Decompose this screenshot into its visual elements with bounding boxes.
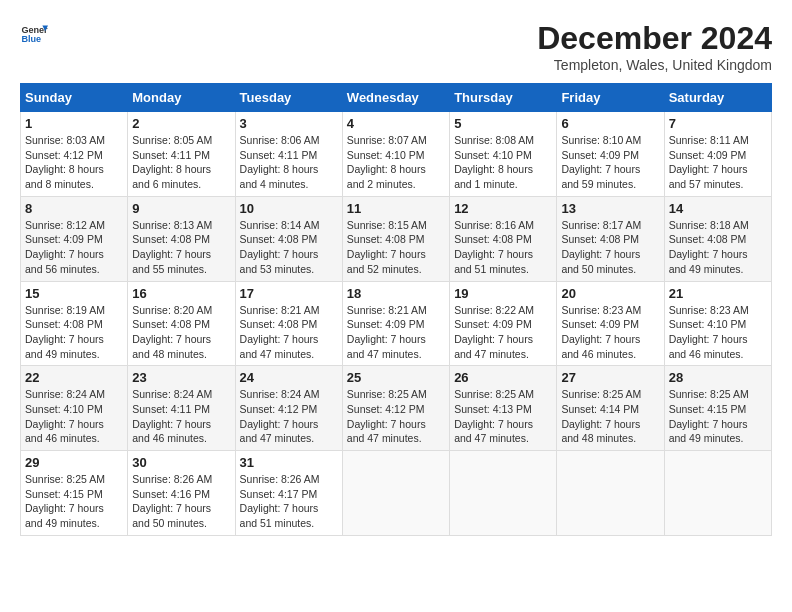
day-number: 24 xyxy=(240,370,338,385)
day-detail: Sunrise: 8:22 AM Sunset: 4:09 PM Dayligh… xyxy=(454,303,552,362)
day-detail: Sunrise: 8:14 AM Sunset: 4:08 PM Dayligh… xyxy=(240,218,338,277)
week-row-5: 29 Sunrise: 8:25 AM Sunset: 4:15 PM Dayl… xyxy=(21,451,772,536)
header-cell-saturday: Saturday xyxy=(664,84,771,112)
day-number: 28 xyxy=(669,370,767,385)
day-number: 10 xyxy=(240,201,338,216)
day-detail: Sunrise: 8:20 AM Sunset: 4:08 PM Dayligh… xyxy=(132,303,230,362)
day-number: 7 xyxy=(669,116,767,131)
header-cell-friday: Friday xyxy=(557,84,664,112)
day-number: 18 xyxy=(347,286,445,301)
day-cell: 15 Sunrise: 8:19 AM Sunset: 4:08 PM Dayl… xyxy=(21,281,128,366)
day-number: 3 xyxy=(240,116,338,131)
day-number: 23 xyxy=(132,370,230,385)
day-number: 25 xyxy=(347,370,445,385)
day-number: 4 xyxy=(347,116,445,131)
day-detail: Sunrise: 8:25 AM Sunset: 4:14 PM Dayligh… xyxy=(561,387,659,446)
day-number: 13 xyxy=(561,201,659,216)
day-detail: Sunrise: 8:16 AM Sunset: 4:08 PM Dayligh… xyxy=(454,218,552,277)
day-number: 6 xyxy=(561,116,659,131)
day-cell: 27 Sunrise: 8:25 AM Sunset: 4:14 PM Dayl… xyxy=(557,366,664,451)
subtitle: Templeton, Wales, United Kingdom xyxy=(537,57,772,73)
week-row-2: 8 Sunrise: 8:12 AM Sunset: 4:09 PM Dayli… xyxy=(21,196,772,281)
header-cell-sunday: Sunday xyxy=(21,84,128,112)
day-cell: 17 Sunrise: 8:21 AM Sunset: 4:08 PM Dayl… xyxy=(235,281,342,366)
day-cell: 30 Sunrise: 8:26 AM Sunset: 4:16 PM Dayl… xyxy=(128,451,235,536)
day-cell: 5 Sunrise: 8:08 AM Sunset: 4:10 PM Dayli… xyxy=(450,112,557,197)
day-cell: 22 Sunrise: 8:24 AM Sunset: 4:10 PM Dayl… xyxy=(21,366,128,451)
day-number: 17 xyxy=(240,286,338,301)
day-cell xyxy=(342,451,449,536)
day-cell xyxy=(450,451,557,536)
day-cell: 19 Sunrise: 8:22 AM Sunset: 4:09 PM Dayl… xyxy=(450,281,557,366)
day-cell: 13 Sunrise: 8:17 AM Sunset: 4:08 PM Dayl… xyxy=(557,196,664,281)
header-cell-wednesday: Wednesday xyxy=(342,84,449,112)
day-cell xyxy=(557,451,664,536)
day-number: 1 xyxy=(25,116,123,131)
day-detail: Sunrise: 8:17 AM Sunset: 4:08 PM Dayligh… xyxy=(561,218,659,277)
day-cell: 29 Sunrise: 8:25 AM Sunset: 4:15 PM Dayl… xyxy=(21,451,128,536)
day-cell: 14 Sunrise: 8:18 AM Sunset: 4:08 PM Dayl… xyxy=(664,196,771,281)
day-number: 8 xyxy=(25,201,123,216)
day-number: 22 xyxy=(25,370,123,385)
day-detail: Sunrise: 8:25 AM Sunset: 4:12 PM Dayligh… xyxy=(347,387,445,446)
title-area: December 2024 Templeton, Wales, United K… xyxy=(537,20,772,73)
day-number: 11 xyxy=(347,201,445,216)
day-number: 27 xyxy=(561,370,659,385)
day-number: 31 xyxy=(240,455,338,470)
day-detail: Sunrise: 8:26 AM Sunset: 4:16 PM Dayligh… xyxy=(132,472,230,531)
day-detail: Sunrise: 8:13 AM Sunset: 4:08 PM Dayligh… xyxy=(132,218,230,277)
day-cell: 24 Sunrise: 8:24 AM Sunset: 4:12 PM Dayl… xyxy=(235,366,342,451)
day-detail: Sunrise: 8:25 AM Sunset: 4:15 PM Dayligh… xyxy=(25,472,123,531)
day-cell: 4 Sunrise: 8:07 AM Sunset: 4:10 PM Dayli… xyxy=(342,112,449,197)
header-cell-thursday: Thursday xyxy=(450,84,557,112)
day-cell: 23 Sunrise: 8:24 AM Sunset: 4:11 PM Dayl… xyxy=(128,366,235,451)
day-detail: Sunrise: 8:05 AM Sunset: 4:11 PM Dayligh… xyxy=(132,133,230,192)
day-number: 21 xyxy=(669,286,767,301)
day-cell xyxy=(664,451,771,536)
logo: General Blue xyxy=(20,20,48,48)
day-detail: Sunrise: 8:10 AM Sunset: 4:09 PM Dayligh… xyxy=(561,133,659,192)
day-cell: 11 Sunrise: 8:15 AM Sunset: 4:08 PM Dayl… xyxy=(342,196,449,281)
day-detail: Sunrise: 8:24 AM Sunset: 4:11 PM Dayligh… xyxy=(132,387,230,446)
day-detail: Sunrise: 8:18 AM Sunset: 4:08 PM Dayligh… xyxy=(669,218,767,277)
day-cell: 20 Sunrise: 8:23 AM Sunset: 4:09 PM Dayl… xyxy=(557,281,664,366)
day-cell: 16 Sunrise: 8:20 AM Sunset: 4:08 PM Dayl… xyxy=(128,281,235,366)
day-cell: 26 Sunrise: 8:25 AM Sunset: 4:13 PM Dayl… xyxy=(450,366,557,451)
header-cell-tuesday: Tuesday xyxy=(235,84,342,112)
day-detail: Sunrise: 8:24 AM Sunset: 4:10 PM Dayligh… xyxy=(25,387,123,446)
day-number: 29 xyxy=(25,455,123,470)
week-row-1: 1 Sunrise: 8:03 AM Sunset: 4:12 PM Dayli… xyxy=(21,112,772,197)
day-cell: 31 Sunrise: 8:26 AM Sunset: 4:17 PM Dayl… xyxy=(235,451,342,536)
day-cell: 18 Sunrise: 8:21 AM Sunset: 4:09 PM Dayl… xyxy=(342,281,449,366)
day-detail: Sunrise: 8:23 AM Sunset: 4:09 PM Dayligh… xyxy=(561,303,659,362)
day-detail: Sunrise: 8:15 AM Sunset: 4:08 PM Dayligh… xyxy=(347,218,445,277)
day-detail: Sunrise: 8:21 AM Sunset: 4:08 PM Dayligh… xyxy=(240,303,338,362)
day-detail: Sunrise: 8:19 AM Sunset: 4:08 PM Dayligh… xyxy=(25,303,123,362)
day-number: 30 xyxy=(132,455,230,470)
day-number: 16 xyxy=(132,286,230,301)
day-detail: Sunrise: 8:26 AM Sunset: 4:17 PM Dayligh… xyxy=(240,472,338,531)
day-cell: 2 Sunrise: 8:05 AM Sunset: 4:11 PM Dayli… xyxy=(128,112,235,197)
day-number: 26 xyxy=(454,370,552,385)
day-cell: 10 Sunrise: 8:14 AM Sunset: 4:08 PM Dayl… xyxy=(235,196,342,281)
day-number: 14 xyxy=(669,201,767,216)
day-cell: 21 Sunrise: 8:23 AM Sunset: 4:10 PM Dayl… xyxy=(664,281,771,366)
day-cell: 9 Sunrise: 8:13 AM Sunset: 4:08 PM Dayli… xyxy=(128,196,235,281)
day-detail: Sunrise: 8:23 AM Sunset: 4:10 PM Dayligh… xyxy=(669,303,767,362)
day-detail: Sunrise: 8:08 AM Sunset: 4:10 PM Dayligh… xyxy=(454,133,552,192)
day-detail: Sunrise: 8:06 AM Sunset: 4:11 PM Dayligh… xyxy=(240,133,338,192)
day-detail: Sunrise: 8:12 AM Sunset: 4:09 PM Dayligh… xyxy=(25,218,123,277)
day-number: 9 xyxy=(132,201,230,216)
day-cell: 8 Sunrise: 8:12 AM Sunset: 4:09 PM Dayli… xyxy=(21,196,128,281)
day-detail: Sunrise: 8:24 AM Sunset: 4:12 PM Dayligh… xyxy=(240,387,338,446)
day-cell: 6 Sunrise: 8:10 AM Sunset: 4:09 PM Dayli… xyxy=(557,112,664,197)
day-number: 20 xyxy=(561,286,659,301)
day-number: 2 xyxy=(132,116,230,131)
day-number: 15 xyxy=(25,286,123,301)
day-cell: 7 Sunrise: 8:11 AM Sunset: 4:09 PM Dayli… xyxy=(664,112,771,197)
day-number: 19 xyxy=(454,286,552,301)
calendar-table: SundayMondayTuesdayWednesdayThursdayFrid… xyxy=(20,83,772,536)
page-header: General Blue December 2024 Templeton, Wa… xyxy=(20,20,772,73)
day-detail: Sunrise: 8:07 AM Sunset: 4:10 PM Dayligh… xyxy=(347,133,445,192)
header-row: SundayMondayTuesdayWednesdayThursdayFrid… xyxy=(21,84,772,112)
